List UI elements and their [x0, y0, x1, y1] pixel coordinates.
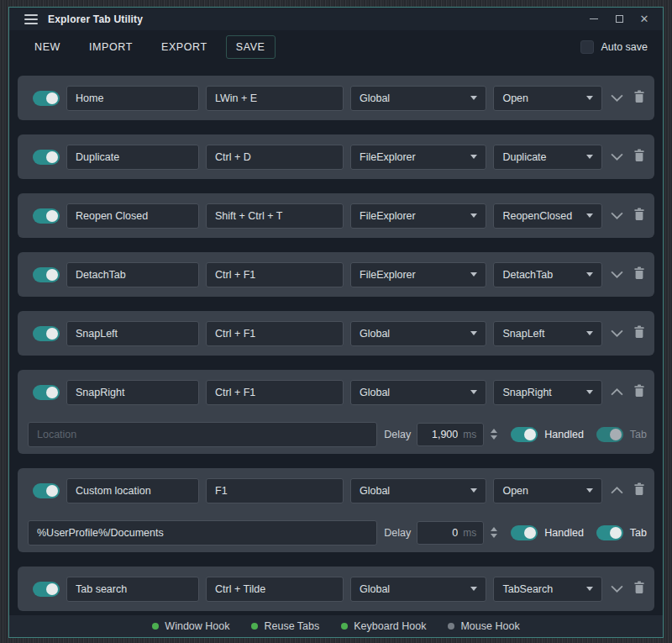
toggle-knob-icon [46, 269, 58, 281]
action-select[interactable]: Duplicate [493, 145, 602, 170]
action-select[interactable]: DetachTab [493, 262, 602, 287]
delete-button[interactable] [632, 382, 647, 402]
save-button[interactable]: SAVE [226, 35, 276, 59]
enable-toggle[interactable] [33, 483, 60, 498]
delete-button[interactable] [632, 324, 647, 343]
toggle-knob-icon [46, 328, 58, 340]
scope-select[interactable]: FileExplorer [350, 203, 486, 229]
autosave-checkbox[interactable] [580, 40, 594, 54]
tab-switch-group: Tab [596, 525, 647, 540]
enable-toggle[interactable] [33, 91, 60, 106]
status-dot-icon [448, 623, 454, 630]
hotkey-input[interactable] [206, 203, 344, 229]
status-item: Window Hook [152, 620, 229, 632]
handled-toggle[interactable] [511, 427, 538, 442]
hotkey-input[interactable] [206, 380, 344, 405]
spin-up-icon [491, 429, 497, 433]
name-input[interactable] [66, 577, 199, 602]
handled-toggle[interactable] [511, 525, 538, 540]
scope-value: Global [360, 485, 390, 497]
name-input[interactable] [66, 86, 199, 111]
expand-collapse-button[interactable] [609, 269, 625, 280]
maximize-icon [616, 15, 623, 23]
delete-button[interactable] [632, 579, 647, 598]
delete-button[interactable] [632, 88, 647, 108]
tab-toggle[interactable] [596, 427, 623, 442]
action-select[interactable]: ReopenClosed [493, 203, 602, 229]
delete-button[interactable] [632, 481, 647, 500]
toggle-knob-icon [46, 387, 58, 398]
delay-input[interactable] [424, 429, 458, 440]
expand-collapse-button[interactable] [609, 151, 625, 162]
new-button[interactable]: NEW [24, 35, 71, 59]
expand-collapse-button[interactable] [609, 92, 625, 103]
scope-select[interactable]: Global [350, 321, 486, 346]
chevron-icon [611, 487, 623, 494]
expand-collapse-button[interactable] [609, 387, 625, 398]
name-input[interactable] [66, 478, 199, 503]
name-input[interactable] [66, 145, 199, 170]
caret-down-icon [470, 488, 477, 493]
delay-unit-label: ms [463, 429, 476, 440]
tab-toggle[interactable] [596, 525, 623, 540]
hotkey-input[interactable] [206, 577, 344, 602]
chevron-icon [611, 153, 623, 161]
delay-input[interactable] [424, 527, 458, 539]
scope-select[interactable]: FileExplorer [350, 262, 486, 287]
enable-toggle[interactable] [33, 385, 60, 400]
delete-button[interactable] [632, 206, 647, 225]
action-select[interactable]: Open [493, 86, 602, 111]
spin-down-icon [491, 534, 497, 538]
enable-toggle[interactable] [33, 582, 60, 597]
hotkey-row-main: Global TabSearch [33, 567, 647, 611]
name-input[interactable] [66, 380, 199, 405]
delete-button[interactable] [632, 147, 647, 166]
import-button[interactable]: IMPORT [79, 35, 143, 59]
scope-select[interactable]: FileExplorer [350, 145, 486, 170]
expand-collapse-button[interactable] [609, 328, 625, 339]
name-input[interactable] [66, 262, 199, 287]
caret-down-icon [586, 96, 593, 100]
delete-button[interactable] [632, 265, 647, 284]
close-button[interactable]: ✕ [639, 14, 649, 24]
hotkey-input[interactable] [206, 478, 344, 503]
enable-toggle[interactable] [33, 150, 60, 165]
toggle-knob-icon [610, 429, 622, 440]
location-input[interactable] [28, 422, 377, 447]
name-input[interactable] [66, 321, 199, 346]
expand-collapse-button[interactable] [609, 485, 625, 496]
hotkey-input[interactable] [206, 145, 344, 170]
toggle-knob-icon [46, 485, 58, 497]
enable-toggle[interactable] [33, 208, 60, 224]
trash-icon [633, 149, 645, 165]
action-select[interactable]: SnapLeft [493, 321, 602, 346]
toggle-knob-icon [524, 429, 536, 440]
expand-collapse-button[interactable] [609, 583, 625, 594]
hotkey-input[interactable] [206, 86, 344, 111]
spin-down-icon [491, 435, 497, 440]
status-dot-icon [152, 623, 159, 630]
toggle-knob-icon [46, 583, 58, 595]
export-button[interactable]: EXPORT [151, 35, 218, 59]
expand-collapse-button[interactable] [609, 210, 625, 221]
scope-select[interactable]: Global [350, 478, 486, 503]
scope-select[interactable]: Global [350, 380, 486, 405]
delay-spinner[interactable] [490, 428, 498, 440]
scope-select[interactable]: Global [350, 577, 486, 602]
autosave-group: Auto save [580, 40, 648, 54]
delay-spinner[interactable] [490, 526, 498, 539]
maximize-button[interactable] [614, 14, 624, 24]
hotkey-input[interactable] [206, 321, 344, 346]
delay-field: ms [417, 521, 484, 545]
location-input[interactable] [28, 520, 377, 545]
action-select[interactable]: TabSearch [493, 577, 602, 602]
hotkey-input[interactable] [206, 262, 344, 287]
hamburger-menu-icon[interactable] [24, 14, 38, 24]
name-input[interactable] [66, 203, 199, 229]
enable-toggle[interactable] [33, 267, 60, 282]
scope-select[interactable]: Global [350, 86, 486, 111]
action-select[interactable]: Open [493, 478, 602, 503]
enable-toggle[interactable] [33, 326, 60, 341]
minimize-button[interactable] [589, 14, 599, 24]
action-select[interactable]: SnapRight [493, 380, 602, 405]
